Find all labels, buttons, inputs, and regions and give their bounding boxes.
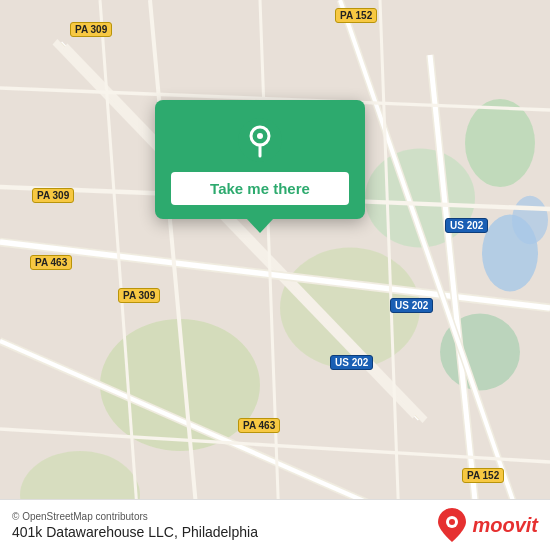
road-label-pa463-bottom: PA 463 <box>238 418 280 433</box>
road-label-us202-mid: US 202 <box>390 298 433 313</box>
svg-point-34 <box>449 519 455 525</box>
svg-point-6 <box>465 99 535 187</box>
road-label-pa309-mid: PA 309 <box>32 188 74 203</box>
svg-point-31 <box>257 133 263 139</box>
location-pin-icon <box>238 118 282 162</box>
take-me-there-button[interactable]: Take me there <box>171 172 349 205</box>
bottom-left-info: © OpenStreetMap contributors 401k Datawa… <box>12 511 258 540</box>
road-label-pa309-lower: PA 309 <box>118 288 160 303</box>
road-label-us202-right: US 202 <box>445 218 488 233</box>
road-label-pa463-left: PA 463 <box>30 255 72 270</box>
popup-card: Take me there <box>155 100 365 219</box>
road-label-us202-lower: US 202 <box>330 355 373 370</box>
moovit-brand-text: moovit <box>472 514 538 537</box>
location-name: 401k Datawarehouse LLC, Philadelphia <box>12 524 258 540</box>
bottom-bar: © OpenStreetMap contributors 401k Datawa… <box>0 499 550 550</box>
moovit-logo: moovit <box>438 508 538 542</box>
road-label-pa309-top: PA 309 <box>70 22 112 37</box>
map-container: PA 309 PA 152 PA 309 PA 463 PA 309 US 20… <box>0 0 550 550</box>
road-label-pa152-top: PA 152 <box>335 8 377 23</box>
road-label-pa152-bottom: PA 152 <box>462 468 504 483</box>
svg-point-8 <box>512 196 548 244</box>
moovit-pin-icon <box>438 508 466 542</box>
osm-attribution: © OpenStreetMap contributors <box>12 511 258 522</box>
